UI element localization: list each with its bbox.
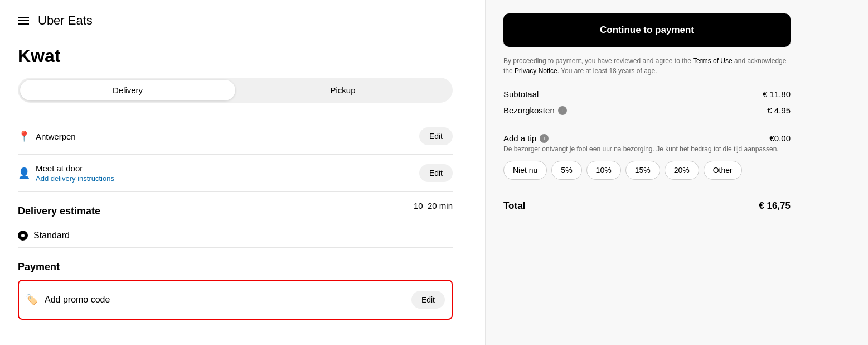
radio-icon[interactable]	[18, 231, 28, 241]
brand-logo: Uber Eats	[38, 13, 93, 28]
meet-title: Meet at door	[36, 164, 114, 173]
page-title: Kwat	[18, 46, 467, 66]
divider	[503, 124, 791, 124]
tip-btn-15pct[interactable]: 15%	[625, 161, 660, 180]
tip-row: Add a tip i €0.00	[503, 133, 791, 143]
meet-edit-button[interactable]: Edit	[419, 164, 453, 182]
left-panel: Uber Eats Kwat Delivery Pickup 📍 Antwerp…	[0, 0, 485, 345]
promo-row: 🏷️ Add promo code Edit	[18, 280, 453, 320]
bezorgkosten-row: Bezorgkosten i € 4,95	[503, 106, 791, 115]
payment-section: Payment 🏷️ Add promo code Edit	[18, 261, 467, 320]
legal-text: By proceeding to payment, you have revie…	[503, 56, 791, 76]
subtotaal-label: Subtotaal	[503, 89, 539, 99]
tag-icon: 🏷️	[26, 294, 38, 306]
delivery-estimate-title: Delivery estimate	[18, 205, 100, 217]
tip-btn-niet-nu[interactable]: Niet nu	[503, 161, 547, 180]
privacy-notice-link[interactable]: Privacy Notice	[515, 67, 557, 75]
subtotaal-row: Subtotaal € 11,80	[503, 89, 791, 99]
continue-to-payment-button[interactable]: Continue to payment	[503, 13, 791, 47]
delivery-estimate-section: Delivery estimate 10–20 min Standard	[18, 192, 467, 248]
tip-btn-other[interactable]: Other	[704, 161, 742, 180]
right-panel: Continue to payment By proceeding to pay…	[485, 0, 808, 345]
address-row: 📍 Antwerpen Edit	[18, 118, 453, 155]
header: Uber Eats	[18, 13, 467, 28]
bezorgkosten-label: Bezorgkosten i	[503, 106, 567, 115]
tip-btn-5pct[interactable]: 5%	[551, 161, 581, 180]
person-icon: 👤	[18, 167, 29, 179]
payment-title: Payment	[18, 261, 467, 273]
tip-buttons: Niet nu5%10%15%20%Other	[503, 161, 791, 180]
address-text: Antwerpen	[36, 132, 76, 141]
tip-btn-10pct[interactable]: 10%	[586, 161, 621, 180]
tip-value: €0.00	[769, 133, 791, 143]
location-icon: 📍	[18, 130, 29, 142]
subtotaal-value: € 11,80	[763, 89, 791, 99]
address-edit-button[interactable]: Edit	[419, 127, 453, 145]
standard-label: Standard	[33, 231, 70, 241]
bezorgkosten-info-icon[interactable]: i	[558, 106, 567, 115]
meet-subtitle[interactable]: Add delivery instructions	[36, 174, 114, 183]
delivery-pickup-toggle: Delivery Pickup	[18, 78, 453, 103]
bezorgkosten-value: € 4,95	[767, 106, 791, 115]
meet-row: 👤 Meet at door Add delivery instructions…	[18, 155, 453, 192]
promo-edit-button[interactable]: Edit	[411, 291, 445, 309]
tip-btn-20pct[interactable]: 20%	[665, 161, 699, 180]
hamburger-menu[interactable]	[18, 17, 29, 25]
tip-note: De bezorger ontvangt je fooi een uur na …	[503, 145, 791, 153]
total-value: € 16,75	[759, 200, 791, 212]
pickup-tab[interactable]: Pickup	[235, 80, 450, 100]
total-row: Total € 16,75	[503, 191, 791, 212]
standard-row: Standard	[18, 224, 453, 248]
terms-of-use-link[interactable]: Terms of Use	[693, 57, 733, 65]
total-label: Total	[503, 200, 525, 212]
delivery-tab[interactable]: Delivery	[20, 80, 235, 100]
estimate-time: 10–20 min	[414, 201, 453, 210]
promo-label: Add promo code	[45, 295, 110, 305]
tip-label: Add a tip i	[503, 133, 549, 143]
tip-info-icon[interactable]: i	[540, 134, 549, 143]
